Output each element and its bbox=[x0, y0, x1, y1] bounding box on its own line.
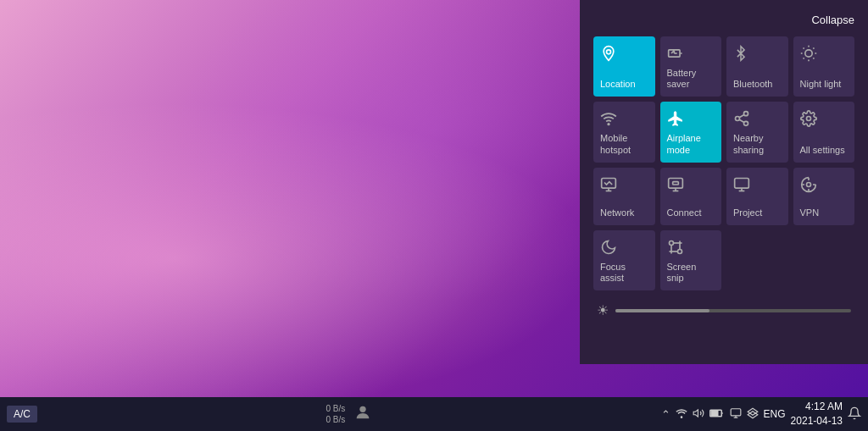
svg-line-12 bbox=[803, 58, 804, 58]
brightness-fill bbox=[615, 309, 709, 312]
svg-point-32 bbox=[669, 240, 673, 245]
svg-line-9 bbox=[813, 58, 814, 58]
nearby-sharing-icon bbox=[733, 110, 750, 130]
tile-network[interactable]: Network bbox=[593, 168, 655, 225]
svg-rect-42 bbox=[711, 411, 718, 415]
network-stats: 0 B/s 0 B/s bbox=[326, 403, 345, 425]
airplane-icon bbox=[667, 110, 684, 130]
network-tray-icon[interactable] bbox=[730, 407, 742, 422]
dropbox-icon[interactable] bbox=[747, 407, 759, 422]
focus-assist-icon bbox=[600, 239, 617, 258]
screen-snip-icon bbox=[667, 239, 684, 258]
tile-screen-snip-label: Screen snip bbox=[667, 262, 715, 284]
tile-all-settings-label: All settings bbox=[800, 145, 845, 156]
svg-rect-25 bbox=[672, 181, 678, 184]
hotspot-icon bbox=[600, 110, 617, 130]
tile-airplane-mode-label: Airplane mode bbox=[667, 133, 715, 155]
settings-icon bbox=[800, 110, 817, 130]
tile-battery-saver[interactable]: Battery saver bbox=[660, 36, 722, 97]
brightness-row: ☀ bbox=[593, 302, 854, 318]
svg-point-5 bbox=[804, 50, 811, 57]
clock-date: 2021-04-13 bbox=[791, 414, 843, 428]
tile-nearby-sharing[interactable]: Nearby sharing bbox=[726, 102, 788, 162]
brightness-icon: ☀ bbox=[597, 302, 609, 318]
svg-rect-43 bbox=[731, 408, 741, 415]
connect-icon bbox=[667, 176, 684, 196]
quick-actions-grid: Location Battery saver Blu bbox=[593, 36, 854, 290]
language-indicator[interactable]: ENG bbox=[764, 408, 786, 420]
tile-focus-assist[interactable]: Focus assist bbox=[593, 230, 655, 290]
svg-point-14 bbox=[608, 124, 609, 125]
net-upload: 0 B/s bbox=[326, 403, 345, 414]
network-icon bbox=[600, 176, 617, 196]
svg-point-15 bbox=[744, 112, 748, 116]
tile-project-label: Project bbox=[733, 207, 762, 218]
tile-location[interactable]: Location bbox=[593, 36, 655, 97]
svg-point-39 bbox=[681, 417, 682, 417]
net-download: 0 B/s bbox=[326, 414, 345, 425]
tile-connect[interactable]: Connect bbox=[660, 168, 722, 225]
tile-all-settings[interactable]: All settings bbox=[793, 102, 855, 162]
svg-point-20 bbox=[806, 117, 810, 121]
night-light-icon bbox=[800, 45, 817, 64]
tile-mobile-hotspot-label: Mobile hotspot bbox=[600, 133, 648, 155]
user-avatar-icon bbox=[353, 403, 372, 426]
tile-screen-snip[interactable]: Screen snip bbox=[660, 230, 722, 290]
svg-rect-28 bbox=[735, 178, 749, 188]
collapse-bar: Collapse bbox=[593, 14, 854, 26]
svg-line-18 bbox=[739, 120, 744, 123]
tile-project[interactable]: Project bbox=[726, 168, 788, 225]
tile-night-light-label: Night light bbox=[800, 79, 842, 90]
svg-line-19 bbox=[739, 115, 744, 118]
vpn-icon bbox=[800, 176, 817, 196]
svg-point-33 bbox=[677, 249, 682, 253]
tile-location-label: Location bbox=[600, 79, 636, 90]
tile-focus-assist-label: Focus assist bbox=[600, 262, 648, 284]
brightness-slider[interactable] bbox=[615, 309, 851, 312]
wifi-tray-icon[interactable] bbox=[676, 407, 687, 422]
action-center-panel: Collapse Location bbox=[580, 0, 868, 364]
svg-marker-40 bbox=[693, 409, 698, 416]
notification-center-icon[interactable] bbox=[848, 406, 861, 423]
tile-airplane-mode[interactable]: Airplane mode bbox=[660, 102, 722, 162]
clock-display[interactable]: 4:12 AM 2021-04-13 bbox=[791, 400, 843, 428]
svg-point-31 bbox=[806, 182, 810, 186]
tray-chevron-icon[interactable]: ⌃ bbox=[661, 408, 670, 421]
tile-vpn-label: VPN bbox=[800, 207, 820, 218]
tile-bluetooth-label: Bluetooth bbox=[733, 79, 772, 90]
svg-point-0 bbox=[607, 50, 611, 54]
ac-button[interactable]: A/C bbox=[7, 406, 37, 423]
svg-point-16 bbox=[736, 117, 740, 121]
tile-night-light[interactable]: Night light bbox=[793, 36, 855, 97]
location-icon bbox=[600, 45, 617, 64]
svg-line-8 bbox=[803, 48, 804, 49]
clock-time: 4:12 AM bbox=[805, 400, 843, 414]
taskbar: A/C 0 B/s 0 B/s ⌃ bbox=[0, 397, 868, 431]
project-icon bbox=[733, 176, 750, 196]
tile-connect-label: Connect bbox=[667, 207, 702, 218]
battery-tray-icon[interactable] bbox=[709, 408, 725, 421]
tile-vpn[interactable]: VPN bbox=[793, 168, 855, 225]
taskbar-left: A/C bbox=[0, 406, 37, 423]
svg-point-17 bbox=[744, 122, 748, 126]
tile-mobile-hotspot[interactable]: Mobile hotspot bbox=[593, 102, 655, 162]
svg-rect-24 bbox=[668, 178, 682, 188]
taskbar-center: 0 B/s 0 B/s bbox=[326, 403, 372, 426]
tile-bluetooth[interactable]: Bluetooth bbox=[726, 36, 788, 97]
volume-icon[interactable] bbox=[693, 407, 704, 422]
tile-battery-saver-label: Battery saver bbox=[667, 68, 715, 90]
taskbar-right: ⌃ bbox=[661, 400, 868, 428]
tile-network-label: Network bbox=[600, 207, 634, 218]
bluetooth-icon bbox=[733, 45, 748, 64]
battery-icon bbox=[667, 45, 684, 64]
svg-line-13 bbox=[813, 48, 814, 49]
collapse-button[interactable]: Collapse bbox=[811, 14, 854, 26]
svg-point-38 bbox=[360, 406, 366, 412]
tile-nearby-sharing-label: Nearby sharing bbox=[733, 133, 782, 155]
